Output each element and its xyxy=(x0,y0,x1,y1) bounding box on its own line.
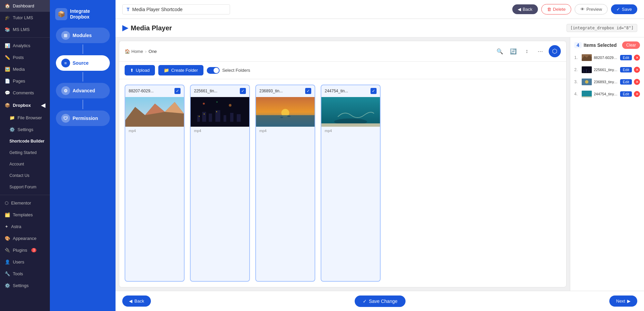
delete-button[interactable]: 🗑 Delete xyxy=(541,4,572,14)
search-button[interactable]: 🔍 xyxy=(495,46,505,56)
sidebar-item-templates[interactable]: 🗂️ Templates xyxy=(0,209,50,221)
svg-rect-30 xyxy=(586,69,587,72)
edit-button-3[interactable]: Edit xyxy=(620,79,632,85)
save-button-top[interactable]: ✓ Save xyxy=(611,4,637,14)
tutor-lms-icon: 🎓 xyxy=(5,15,10,20)
sidebar-item-settings-dropbox[interactable]: ⚙️ Settings xyxy=(0,124,50,135)
templates-icon: 🗂️ xyxy=(5,212,10,217)
top-bar: T Media Player Shortcode ◀ Back 🗑 Delete… xyxy=(116,0,644,19)
selected-item-2: 2. 225661_tiny.m... Edit ✕ xyxy=(574,65,640,74)
back-button-top[interactable]: ◀ Back xyxy=(512,4,538,14)
media-icon: 🖼️ xyxy=(5,67,10,72)
selected-num-3: 3. xyxy=(574,80,580,84)
sidebar-item-account[interactable]: Account xyxy=(0,158,50,170)
page-title: ▶ Media Player xyxy=(122,24,172,32)
sort-button[interactable]: ↕ xyxy=(522,46,532,56)
svg-rect-29 xyxy=(583,70,584,72)
step-permission[interactable]: 🛡 Permission xyxy=(56,111,110,126)
breadcrumb: 🏠 Home › One xyxy=(125,49,157,54)
sidebar-item-astra[interactable]: ✦ Astra xyxy=(0,221,50,232)
users-icon: 👤 xyxy=(5,259,10,265)
file-thumbnail-2 xyxy=(191,97,249,127)
sidebar-item-appearance[interactable]: 🎨 Appearance xyxy=(0,232,50,244)
next-button[interactable]: Next ▶ xyxy=(609,296,637,307)
selected-filename-4: 244754_tiny.m... xyxy=(594,92,618,96)
file-type-2: mp4 xyxy=(191,127,249,134)
sidebar-item-comments[interactable]: 💬 Comments xyxy=(0,87,50,99)
upload-button[interactable]: ⬆ Upload xyxy=(125,65,155,75)
edit-button-4[interactable]: Edit xyxy=(620,91,632,97)
file-checkbox-1[interactable]: ✓ xyxy=(174,88,181,94)
sidebar-item-contact-us[interactable]: Contact Us xyxy=(0,170,50,181)
save-change-button[interactable]: ✓ Save Change xyxy=(355,296,406,307)
clear-button[interactable]: Clear xyxy=(622,41,640,49)
file-panel-actions: 🔍 🔄 ↕ ⋯ ⬡ xyxy=(495,45,561,57)
permission-step-icon: 🛡 xyxy=(61,114,70,123)
create-folder-button[interactable]: 📁 Create Folder xyxy=(158,65,203,75)
selected-thumb-3 xyxy=(582,79,592,85)
svg-rect-14 xyxy=(237,114,241,122)
preview-button[interactable]: 👁 Preview xyxy=(575,4,608,14)
more-options-button[interactable]: ⋯ xyxy=(535,46,545,56)
edit-button-2[interactable]: Edit xyxy=(620,67,632,72)
save-icon-top: ✓ xyxy=(616,7,620,12)
file-name-3: 236893_tin... xyxy=(259,89,283,93)
svg-rect-31 xyxy=(588,70,589,72)
file-card-3[interactable]: 236893_tin... ✓ xyxy=(255,85,315,282)
file-card-2[interactable]: 225661_tin... ✓ xyxy=(190,85,250,282)
step-connector-1 xyxy=(83,44,83,54)
file-card-1[interactable]: 88207-6029... ✓ xyxy=(125,85,185,282)
file-card-4[interactable]: 244754_tin... ✓ xyxy=(321,85,381,282)
svg-rect-10 xyxy=(209,114,212,122)
remove-button-4[interactable]: ✕ xyxy=(634,91,640,97)
ms-lms-icon: 📚 xyxy=(5,27,10,32)
sidebar-item-pages[interactable]: 📄 Pages xyxy=(0,75,50,87)
back-button-bottom[interactable]: ◀ Back xyxy=(122,296,151,307)
svg-rect-35 xyxy=(582,96,592,97)
analytics-icon: 📊 xyxy=(5,43,10,48)
remove-button-2[interactable]: ✕ xyxy=(634,67,640,73)
shortcode-title-field[interactable]: T Media Player Shortcode xyxy=(122,4,230,14)
posts-icon: ✏️ xyxy=(5,55,10,60)
select-folders-toggle[interactable] xyxy=(207,67,220,74)
top-bar-actions: ◀ Back 🗑 Delete 👁 Preview ✓ Save xyxy=(512,4,637,14)
toolbar: ⬆ Upload 📁 Create Folder Select Folders xyxy=(119,62,566,79)
sidebar-item-elementor[interactable]: ⬡ Elementor xyxy=(0,197,50,209)
tools-icon: 🔧 xyxy=(5,271,10,276)
sidebar-item-analytics[interactable]: 📊 Analytics xyxy=(0,40,50,52)
sidebar-item-plugins[interactable]: 🔌 Plugins 3 xyxy=(0,244,50,256)
sidebar-item-shortcode-builder[interactable]: Shortcode Builder xyxy=(0,135,50,147)
file-checkbox-3[interactable]: ✓ xyxy=(305,88,311,94)
sidebar-item-support-forum[interactable]: Support Forum xyxy=(0,181,50,193)
sort-icon: ↕ xyxy=(525,48,528,54)
sidebar-item-settings[interactable]: ⚙️ Settings xyxy=(0,280,50,291)
sidebar-item-posts[interactable]: ✏️ Posts xyxy=(0,52,50,63)
sidebar-item-media[interactable]: 🖼️ Media xyxy=(0,63,50,75)
sidebar-item-dropbox[interactable]: 📦 Dropbox ◀ xyxy=(0,99,50,112)
file-checkbox-2[interactable]: ✓ xyxy=(240,88,246,94)
remove-button-3[interactable]: ✕ xyxy=(634,79,640,85)
select-folders-label: Select Folders xyxy=(222,68,250,73)
sidebar-item-getting-started[interactable]: Getting Started xyxy=(0,147,50,158)
step-modules[interactable]: ⊞ Modules xyxy=(56,28,110,43)
breadcrumb-home[interactable]: 🏠 Home xyxy=(125,49,143,54)
step-advanced[interactable]: ⚙ Advanced xyxy=(56,83,110,98)
sidebar-item-users[interactable]: 👤 Users xyxy=(0,256,50,268)
dropbox-brand-button[interactable]: ⬡ xyxy=(549,45,561,57)
sidebar-item-dashboard[interactable]: 🏠 Dashboard xyxy=(0,0,50,12)
sidebar-item-ms-lms[interactable]: 📚 MS LMS xyxy=(0,24,50,35)
sidebar-item-file-browser[interactable]: 📁 File Browser xyxy=(0,112,50,124)
edit-button-1[interactable]: Edit xyxy=(620,55,632,60)
remove-button-1[interactable]: ✕ xyxy=(634,55,640,61)
selected-count: 4 Items Selected xyxy=(574,42,617,48)
svg-point-5 xyxy=(203,103,205,105)
refresh-button[interactable]: 🔄 xyxy=(508,46,518,56)
file-panel: 🏠 Home › One 🔍 🔄 ↕ xyxy=(119,41,567,287)
file-checkbox-4[interactable]: ✓ xyxy=(371,88,377,94)
sidebar-item-tools[interactable]: 🔧 Tools xyxy=(0,268,50,280)
breadcrumb-separator: › xyxy=(145,49,147,54)
step-source[interactable]: ≡ Source xyxy=(56,55,110,71)
selected-thumb-4 xyxy=(582,91,592,97)
sidebar-item-tutor-lms[interactable]: 🎓 Tutor LMS xyxy=(0,12,50,24)
file-type-4: mp4 xyxy=(321,127,380,134)
